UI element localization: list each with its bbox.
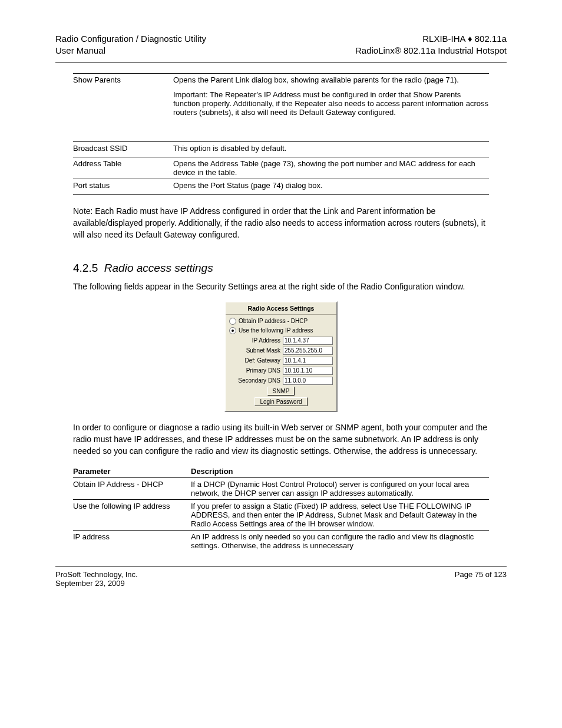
table-row: Use the following IP address If you pref… <box>73 499 489 530</box>
param-desc: Opens the Address Table (page 73), showi… <box>173 159 489 177</box>
header-rule <box>55 62 507 62</box>
gateway-label: Def: Gateway <box>229 357 280 364</box>
note-text: Note: Each Radio must have IP Address co… <box>73 206 485 240</box>
login-password-button[interactable]: Login Password <box>254 397 307 406</box>
ip-address-input[interactable] <box>283 337 333 345</box>
radio-label: Use the following IP address <box>239 327 313 334</box>
param-name: IP address <box>73 532 191 541</box>
param-desc: Opens the Parent Link dialog box, showin… <box>173 75 489 84</box>
param-name: Show Parents <box>73 75 173 84</box>
radio-option-dhcp[interactable]: Obtain IP address - DHCP <box>229 318 333 325</box>
param-name: Broadcast SSID <box>73 144 173 153</box>
primary-dns-label: Primary DNS <box>229 367 280 374</box>
dialog-title: Radio Access Settings <box>226 302 336 315</box>
radio-icon <box>229 327 236 334</box>
param-desc: Important: The Repeater's IP Address mus… <box>173 90 489 117</box>
param-desc: Opens the Port Status (page 74) dialog b… <box>173 181 489 190</box>
param-desc: If you prefer to assign a Static (Fixed)… <box>191 502 489 528</box>
param-name: Use the following IP address <box>73 502 191 510</box>
header-left-sub: User Manual <box>55 45 206 57</box>
intro-paragraph: The following fields appear in the Secur… <box>73 281 489 292</box>
table-row: Broadcast SSID This option is disabled b… <box>73 141 489 157</box>
section-heading: 4.2.5 Radio access settings <box>73 262 489 275</box>
primary-dns-input[interactable] <box>283 367 333 375</box>
column-header-parameter: Parameter <box>73 467 191 476</box>
body-paragraph-2: In order to configure or diagnose a radi… <box>73 421 489 457</box>
table-row: Important: The Repeater's IP Address mus… <box>73 88 489 141</box>
param-name: Address Table <box>73 159 173 168</box>
column-header-description: Description <box>191 467 489 476</box>
param-name: Obtain IP Address - DHCP <box>73 480 191 489</box>
header-right-product: RLXIB-IHA ♦ 802.11a <box>355 33 507 45</box>
secondary-dns-input[interactable] <box>283 377 333 385</box>
table-row: Port status Opens the Port Status (page … <box>73 179 489 194</box>
subnet-mask-input[interactable] <box>283 347 333 355</box>
footer-rule <box>55 566 507 566</box>
section-title: Radio access settings <box>104 262 213 274</box>
table-row: Show Parents Opens the Parent Link dialo… <box>73 73 489 88</box>
footer-page-number: Page 75 of 123 <box>455 570 507 579</box>
footer-date: September 23, 2009 <box>55 579 138 588</box>
ip-address-label: IP Address <box>229 337 280 344</box>
param-name: Port status <box>73 181 173 190</box>
table-row: Obtain IP Address - DHCP If a DHCP (Dyna… <box>73 477 489 499</box>
radio-option-static[interactable]: Use the following IP address <box>229 327 333 334</box>
gateway-input[interactable] <box>283 357 333 365</box>
radio-label: Obtain IP address - DHCP <box>239 318 308 324</box>
param-desc: An IP address is only needed so you can … <box>191 532 489 550</box>
radio-icon <box>229 318 236 325</box>
snmp-button[interactable]: SNMP <box>267 387 295 396</box>
table-row: Address Table Opens the Address Table (p… <box>73 157 489 179</box>
header-right-desc: RadioLinx® 802.11a Industrial Hotspot <box>355 45 507 57</box>
table-row: IP address An IP address is only needed … <box>73 530 489 552</box>
section-number: 4.2.5 <box>73 262 98 274</box>
footer-company: ProSoft Technology, Inc. <box>55 570 138 579</box>
radio-access-settings-panel: Radio Access Settings Obtain IP address … <box>224 301 338 412</box>
param-desc: This option is disabled by default. <box>173 144 489 153</box>
header-left-title: Radio Configuration / Diagnostic Utility <box>55 33 206 45</box>
param-desc: If a DHCP (Dynamic Host Control Protocol… <box>191 480 489 498</box>
subnet-mask-label: Subnet Mask <box>229 347 280 354</box>
secondary-dns-label: Secondary DNS <box>229 377 280 384</box>
